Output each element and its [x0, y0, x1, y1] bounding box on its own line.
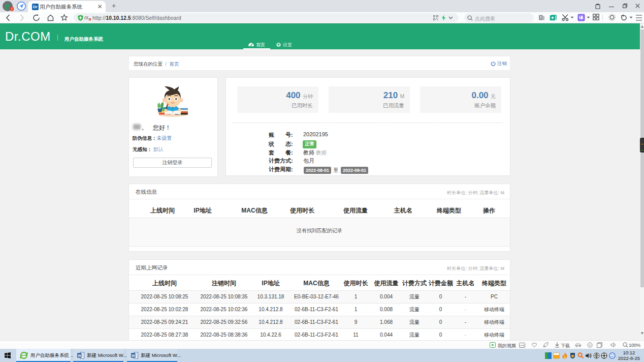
svg-text:!: ! — [11, 7, 12, 11]
svg-text:W: W — [78, 353, 82, 358]
svg-text:e: e — [5, 1, 10, 12]
svg-text:W: W — [132, 353, 136, 358]
svg-text:译: 译 — [578, 15, 584, 20]
